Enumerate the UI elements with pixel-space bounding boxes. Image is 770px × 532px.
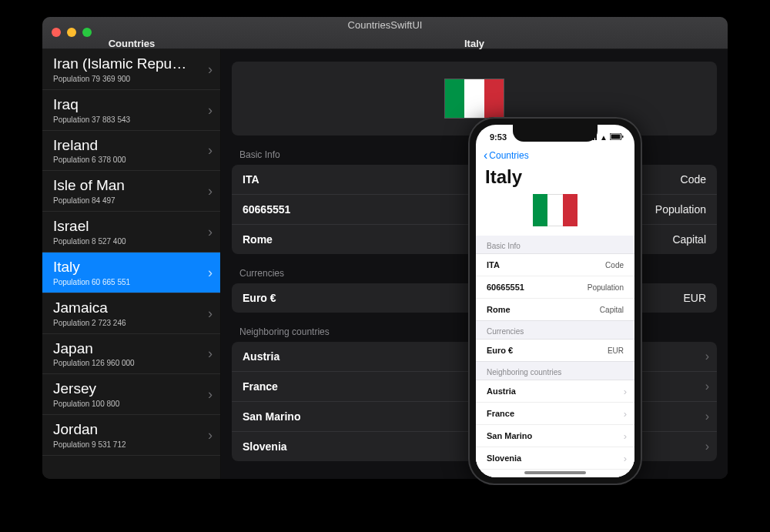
neighbor-row[interactable]: France› [476, 403, 634, 425]
info-row: ITACode [476, 254, 634, 276]
row-key: San Marino [243, 410, 300, 423]
row-value: Capital [600, 306, 624, 314]
chevron-right-icon: › [208, 386, 213, 403]
flag-icon [533, 194, 578, 226]
sidebar-item-country[interactable]: JapanPopulation 126 960 000› [42, 334, 220, 375]
detail-header: Italy [221, 17, 728, 49]
ios-section-currencies: Euro €EUR [476, 339, 634, 362]
row-key: San Marino [487, 431, 532, 440]
chevron-right-icon: › [208, 102, 213, 118]
ios-section-basic: ITACode60665551PopulationRomeCapital [476, 253, 634, 321]
row-key: Euro € [243, 292, 276, 304]
row-value: EUR [683, 292, 706, 304]
country-name: Japan [53, 340, 209, 358]
country-population: Population 60 665 551 [53, 278, 209, 286]
page-title: Italy [476, 166, 634, 189]
chevron-right-icon: › [624, 408, 627, 420]
country-population: Population 100 800 [53, 400, 209, 408]
row-key: France [243, 380, 278, 393]
country-population: Population 126 960 000 [53, 359, 209, 367]
sidebar-item-country[interactable]: IsraelPopulation 8 527 400› [42, 212, 220, 253]
row-value: Code [681, 173, 706, 186]
flag-block [232, 62, 717, 136]
home-indicator[interactable] [524, 471, 586, 474]
country-name: Jersey [53, 380, 209, 398]
chevron-right-icon: › [705, 440, 709, 453]
sidebar-header: Countries [42, 17, 221, 49]
chevron-right-icon: › [705, 410, 709, 423]
country-population: Population 8 527 400 [53, 237, 209, 246]
back-label: Countries [489, 150, 528, 161]
sidebar-item-country[interactable]: ItalyPopulation 60 665 551› [42, 253, 220, 293]
ios-section-neighbors: Austria›France›San Marino›Slovenia›Switz… [476, 380, 634, 477]
chevron-right-icon: › [208, 264, 213, 280]
back-button[interactable]: ‹ Countries [484, 149, 627, 162]
country-name: Iraq [53, 96, 209, 114]
row-key: ITA [243, 173, 259, 186]
chevron-right-icon: › [624, 453, 627, 464]
svg-rect-1 [611, 135, 621, 139]
iphone-device: 9:53 ▲ ‹ Countries Italy [468, 117, 642, 485]
chevron-right-icon: › [624, 430, 627, 442]
info-row: 60665551Population [476, 276, 634, 299]
country-population: Population 9 531 712 [53, 440, 209, 449]
row-value: Capital [672, 233, 706, 246]
neighbor-row[interactable]: San Marino› [476, 425, 634, 447]
chevron-right-icon: › [705, 380, 709, 393]
row-key: France [487, 409, 514, 418]
country-population: Population 84 497 [53, 196, 209, 205]
notch [513, 125, 598, 142]
row-key: 60665551 [487, 283, 524, 292]
chevron-left-icon: ‹ [484, 149, 487, 162]
country-name: Italy [53, 259, 209, 276]
row-key: Slovenia [243, 440, 287, 453]
sidebar: Iran (Islamic Repu…Population 79 369 900… [42, 49, 221, 479]
wifi-icon: ▲ [600, 133, 608, 142]
country-name: Isle of Man [53, 177, 209, 195]
country-population: Population 79 369 900 [53, 75, 209, 83]
row-key: Rome [487, 305, 511, 314]
country-name: Jamaica [53, 299, 209, 317]
info-row: Euro €EUR [476, 340, 634, 361]
chevron-right-icon: › [208, 142, 213, 159]
row-key: 60665551 [243, 203, 290, 216]
info-row: RomeCapital [476, 299, 634, 320]
row-value: EUR [608, 346, 624, 355]
row-key: Austria [243, 350, 280, 363]
sidebar-item-country[interactable]: Isle of ManPopulation 84 497› [42, 171, 220, 212]
neighbor-row[interactable]: Austria› [476, 380, 634, 403]
country-name: Ireland [53, 137, 209, 155]
chevron-right-icon: › [208, 183, 213, 199]
ios-label-basic: Basic Info [476, 236, 634, 253]
sidebar-item-country[interactable]: JordanPopulation 9 531 712› [42, 415, 220, 456]
svg-rect-2 [622, 136, 624, 138]
chevron-right-icon: › [208, 224, 213, 240]
country-population: Population 6 378 000 [53, 156, 209, 164]
battery-icon [610, 132, 624, 142]
sidebar-item-country[interactable]: JerseyPopulation 100 800› [42, 374, 220, 415]
row-key: Slovenia [487, 453, 521, 463]
sidebar-item-country[interactable]: IrelandPopulation 6 378 000› [42, 131, 220, 172]
sidebar-item-country[interactable]: JamaicaPopulation 2 723 246› [42, 293, 220, 334]
chevron-right-icon: › [705, 350, 709, 363]
chevron-right-icon: › [624, 475, 627, 478]
iphone-screen: 9:53 ▲ ‹ Countries Italy [476, 125, 634, 477]
chevron-right-icon: › [208, 427, 213, 443]
row-key: ITA [487, 260, 500, 269]
titlebar: CountriesSwiftUI Countries Italy [42, 17, 728, 49]
country-population: Population 2 723 246 [53, 319, 209, 327]
row-value: Code [605, 261, 624, 269]
row-key: Switzerland [487, 476, 534, 477]
sidebar-item-country[interactable]: IraqPopulation 37 883 543› [42, 90, 220, 131]
row-key: Euro € [487, 346, 513, 355]
ios-label-neighbors: Neighboring countries [476, 362, 634, 380]
chevron-right-icon: › [208, 346, 213, 362]
chevron-right-icon: › [208, 61, 213, 77]
flag-icon [444, 79, 504, 119]
status-time: 9:53 [490, 132, 507, 142]
sidebar-item-country[interactable]: Iran (Islamic Repu…Population 79 369 900… [42, 49, 220, 90]
row-key: Rome [243, 233, 273, 246]
country-name: Israel [53, 218, 209, 236]
neighbor-row[interactable]: Slovenia› [476, 447, 634, 470]
row-value: Population [588, 283, 624, 292]
